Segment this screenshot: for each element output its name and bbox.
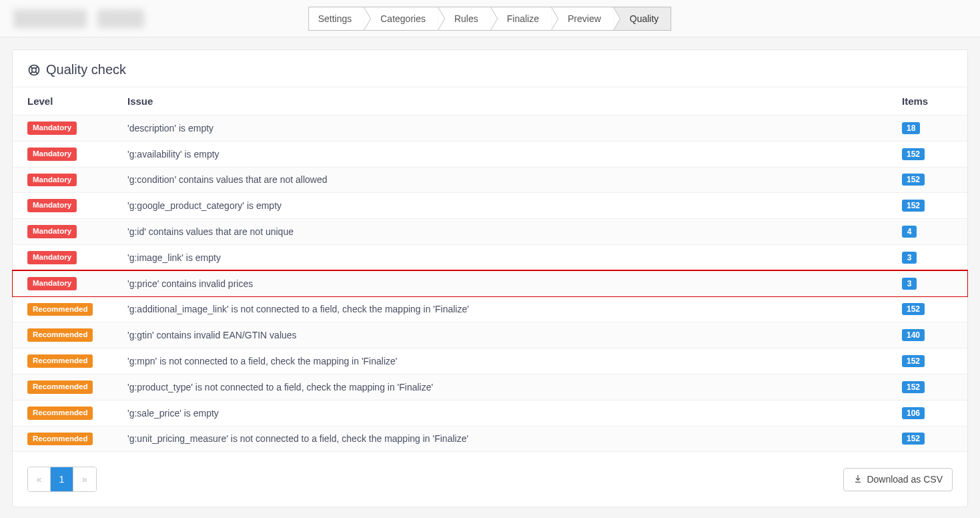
issue-text: 'g:unit_pricing_measure' is not connecte… <box>113 426 887 452</box>
issue-text: 'g:google_product_category' is empty <box>113 193 887 219</box>
level-badge: Recommended <box>27 380 93 394</box>
level-badge: Recommended <box>27 354 93 368</box>
table-row[interactable]: Mandatory'description' is empty18 <box>13 115 967 142</box>
quality-panel: Quality check Level Issue Items Mandator… <box>12 49 968 507</box>
level-badge: Recommended <box>27 433 93 446</box>
download-label: Download as CSV <box>867 474 943 485</box>
panel-title: Quality check <box>46 62 126 77</box>
table-row[interactable]: Mandatory'g:id' contains values that are… <box>13 219 967 245</box>
step-settings[interactable]: Settings <box>308 7 365 31</box>
items-count: 152 <box>902 381 925 393</box>
download-csv-button[interactable]: Download as CSV <box>843 468 953 491</box>
items-count: 152 <box>902 200 925 212</box>
items-count: 152 <box>902 148 925 160</box>
redacted-block <box>97 9 144 28</box>
table-row[interactable]: Mandatory'g:image_link' is empty3 <box>13 244 967 270</box>
step-finalize[interactable]: Finalize <box>490 7 552 31</box>
issue-text: 'g:mpn' is not connected to a field, che… <box>113 348 887 374</box>
issue-text: 'g:image_link' is empty <box>113 244 887 270</box>
svg-line-2 <box>31 66 33 68</box>
svg-line-3 <box>36 66 38 68</box>
issue-text: 'g:sale_price' is empty <box>113 400 887 426</box>
col-header-level: Level <box>13 87 113 115</box>
level-badge: Mandatory <box>27 277 77 290</box>
page-next: » <box>73 467 96 491</box>
col-header-items: Items <box>887 87 967 115</box>
step-rules[interactable]: Rules <box>438 7 491 31</box>
items-count: 152 <box>902 174 925 186</box>
table-row[interactable]: Recommended'g:unit_pricing_measure' is n… <box>13 426 967 452</box>
level-badge: Mandatory <box>27 225 77 238</box>
items-count: 106 <box>902 407 925 419</box>
panel-header: Quality check <box>13 50 967 87</box>
table-row[interactable]: Mandatory'g:availability' is empty152 <box>13 141 967 167</box>
svg-point-1 <box>32 67 37 72</box>
topbar: SettingsCategoriesRulesFinalizePreviewQu… <box>0 0 980 37</box>
level-badge: Mandatory <box>27 251 77 264</box>
svg-line-4 <box>31 71 33 73</box>
table-row[interactable]: Recommended'g:sale_price' is empty106 <box>13 400 967 426</box>
level-badge: Mandatory <box>27 199 77 212</box>
issue-text: 'g:availability' is empty <box>113 141 887 167</box>
level-badge: Recommended <box>27 328 93 342</box>
items-count: 18 <box>902 122 920 134</box>
step-quality[interactable]: Quality <box>613 7 672 31</box>
items-count: 152 <box>902 355 925 367</box>
issue-text: 'g:price' contains invalid prices <box>113 270 887 296</box>
step-preview[interactable]: Preview <box>551 7 614 31</box>
level-badge: Mandatory <box>27 121 77 135</box>
issue-text: 'g:condition' contains values that are n… <box>113 167 887 193</box>
redacted-block <box>13 9 87 28</box>
level-badge: Mandatory <box>27 148 77 161</box>
pagination: «1» <box>27 467 97 492</box>
panel-footer: «1» Download as CSV <box>13 452 967 507</box>
page-1[interactable]: 1 <box>51 467 73 491</box>
issues-table: Level Issue Items Mandatory'description'… <box>13 87 967 452</box>
step-categories[interactable]: Categories <box>364 7 438 31</box>
items-count: 3 <box>902 252 917 264</box>
level-badge: Recommended <box>27 303 93 316</box>
table-row[interactable]: Recommended'g:additional_image_link' is … <box>13 296 967 322</box>
level-badge: Recommended <box>27 407 93 420</box>
lifebuoy-icon <box>27 63 41 77</box>
col-header-issue: Issue <box>113 87 887 115</box>
issue-text: 'description' is empty <box>113 115 887 142</box>
items-count: 152 <box>902 303 925 315</box>
items-count: 4 <box>902 226 917 238</box>
table-row[interactable]: Mandatory'g:condition' contains values t… <box>13 167 967 193</box>
download-icon <box>853 474 863 485</box>
page-prev: « <box>28 467 51 491</box>
table-row[interactable]: Recommended'g:gtin' contains invalid EAN… <box>13 322 967 348</box>
issue-text: 'g:product_type' is not connected to a f… <box>113 374 887 400</box>
issue-text: 'g:gtin' contains invalid EAN/GTIN value… <box>113 322 887 348</box>
issue-text: 'g:id' contains values that are not uniq… <box>113 219 887 245</box>
level-badge: Mandatory <box>27 174 77 187</box>
table-row[interactable]: Recommended'g:mpn' is not connected to a… <box>13 348 967 374</box>
items-count: 3 <box>902 278 917 290</box>
items-count: 152 <box>902 433 925 445</box>
wizard-steps: SettingsCategoriesRulesFinalizePreviewQu… <box>309 7 672 31</box>
svg-line-5 <box>36 71 38 73</box>
items-count: 140 <box>902 329 925 341</box>
issue-text: 'g:additional_image_link' is not connect… <box>113 296 887 322</box>
topbar-left <box>13 9 144 28</box>
table-row[interactable]: Mandatory'g:google_product_category' is … <box>13 193 967 219</box>
table-row[interactable]: Mandatory'g:price' contains invalid pric… <box>13 270 967 296</box>
table-row[interactable]: Recommended'g:product_type' is not conne… <box>13 374 967 400</box>
